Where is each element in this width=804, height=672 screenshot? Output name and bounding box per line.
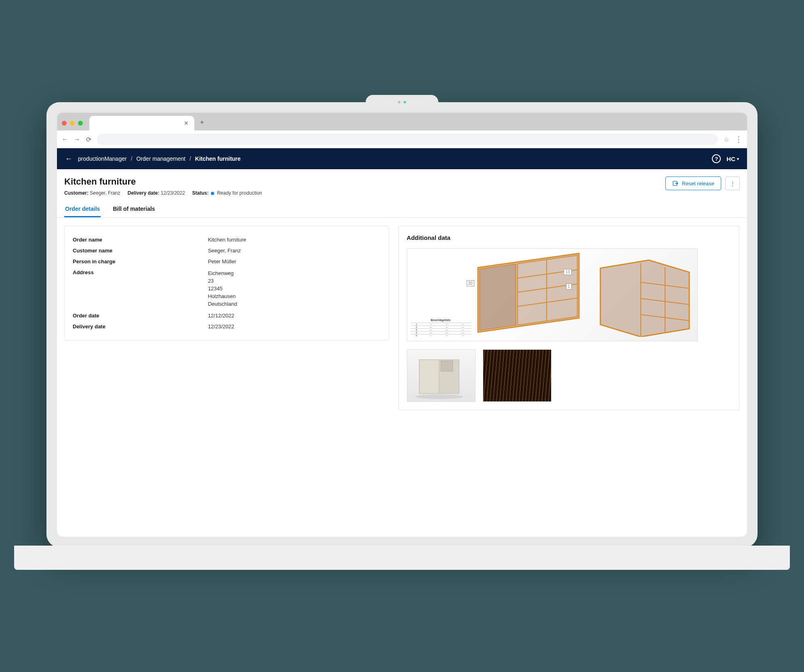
reset-icon: [672, 180, 679, 187]
breadcrumb: productionManager / Order management / K…: [78, 155, 241, 162]
address-input[interactable]: [97, 134, 718, 145]
meta-customer-label: Customer:: [64, 190, 88, 196]
cabinet-render-icon: [407, 350, 475, 401]
page-title: Kitchen furniture: [64, 176, 262, 187]
new-tab-button[interactable]: +: [200, 118, 204, 126]
meta-delivery-value: 12/23/2022: [161, 190, 185, 196]
laptop-mockup: ✕ + ← → ⟳ ☆ ⋮ ← productionManag: [46, 102, 758, 570]
meta-row: Customer: Seeger, Franz Delivery date: 1…: [64, 190, 262, 196]
camera-led-icon: [404, 101, 406, 103]
app-viewport: ← productionManager / Order management /…: [57, 148, 747, 537]
order-details-card: Order name Kitchen furniture Customer na…: [64, 226, 389, 340]
address-line: Deutschland: [208, 300, 237, 308]
status-dot-icon: [211, 192, 214, 195]
attachment-thumbnail[interactable]: [407, 349, 476, 402]
brand-logo[interactable]: HC ▾: [726, 155, 739, 162]
breadcrumb-separator: /: [131, 155, 133, 162]
address-line: Eichenweg: [208, 269, 237, 277]
meta-customer-value: Seeger, Franz: [90, 190, 120, 196]
address-line: 23: [208, 277, 237, 285]
spec-table: 1——— 2——— 3——— 4——— 5———: [410, 323, 471, 337]
close-window-icon[interactable]: [62, 121, 67, 126]
window-controls: [62, 121, 83, 126]
address-line: 12345: [208, 285, 237, 292]
detail-label: Order date: [73, 313, 208, 319]
forward-icon[interactable]: →: [74, 136, 80, 143]
svg-rect-16: [441, 361, 453, 372]
browser-tab[interactable]: ✕: [89, 116, 194, 130]
detail-label: Order name: [73, 237, 208, 243]
dimension-label: 1: [566, 284, 572, 290]
detail-value: Seeger, Franz: [208, 248, 241, 254]
breadcrumb-current: Kitchen furniture: [195, 155, 241, 162]
spec-title: Beschlägeliste: [410, 319, 471, 321]
detail-label: Delivery date: [73, 323, 208, 330]
browser-toolbar: ← → ⟳ ☆ ⋮: [57, 130, 747, 148]
breadcrumb-app[interactable]: productionManager: [78, 155, 127, 162]
maximize-window-icon[interactable]: [78, 121, 83, 126]
tab-order-details[interactable]: Order details: [64, 202, 101, 217]
tab-bill-of-materials[interactable]: Bill of materials: [112, 202, 156, 217]
kebab-menu-icon: ⋮: [730, 181, 735, 187]
address-line: Holzhausen: [208, 292, 237, 300]
reset-release-label: Reset release: [682, 181, 714, 187]
reset-release-button[interactable]: Reset release: [665, 176, 721, 190]
more-actions-button[interactable]: ⋮: [725, 176, 740, 190]
dimension-label: 13: [564, 269, 571, 275]
reload-icon[interactable]: ⟳: [86, 136, 91, 143]
detail-value: Peter Müller: [208, 258, 236, 265]
browser-tab-strip: ✕ +: [57, 113, 747, 130]
spec-sheet: Beschlägeliste 1——— 2——— 3——— 4——— 5———: [410, 319, 471, 337]
logo-text: HC: [726, 155, 735, 162]
svg-rect-2: [480, 264, 516, 330]
additional-data-card: Additional data Beschlägeliste 1———: [398, 226, 740, 410]
breadcrumb-section[interactable]: Order management: [137, 155, 185, 162]
chevron-down-icon: ▾: [737, 157, 739, 161]
tabs-row: Order details Bill of materials: [57, 196, 747, 218]
detail-label: Person in charge: [73, 258, 208, 265]
laptop-notch: [366, 95, 438, 109]
meta-delivery-label: Delivery date:: [128, 190, 160, 196]
laptop-base: [14, 546, 790, 570]
minimize-window-icon[interactable]: [70, 121, 75, 126]
detail-label: Customer name: [73, 248, 208, 254]
svg-rect-15: [419, 360, 439, 394]
detail-value: Kitchen furniture: [208, 237, 246, 243]
meta-status-value: Ready for production: [217, 190, 262, 196]
app-header: ← productionManager / Order management /…: [57, 148, 747, 169]
bookmark-icon[interactable]: ☆: [724, 136, 729, 143]
wardrobe-drawing-front: 20 13 1: [474, 252, 587, 337]
svg-point-17: [415, 394, 463, 399]
svg-marker-8: [600, 260, 689, 337]
camera-dot-icon: [398, 101, 400, 103]
app-back-icon[interactable]: ←: [65, 155, 72, 163]
close-tab-icon[interactable]: ✕: [184, 120, 189, 126]
wardrobe-drawing-iso: [596, 252, 693, 337]
breadcrumb-separator: /: [189, 155, 191, 162]
back-icon[interactable]: ←: [62, 136, 68, 143]
attachment-thumbnail[interactable]: [483, 349, 551, 402]
detail-value: 12/23/2022: [208, 323, 234, 330]
additional-data-title: Additional data: [407, 234, 731, 241]
dimension-label: 20: [467, 280, 474, 286]
detail-label: Address: [73, 269, 208, 308]
browser-menu-icon[interactable]: ⋮: [735, 135, 742, 144]
meta-status-label: Status:: [192, 190, 209, 196]
attachment-thumbnail[interactable]: Beschlägeliste 1——— 2——— 3——— 4——— 5———: [407, 248, 698, 341]
detail-value: 12/12/2022: [208, 313, 234, 319]
help-icon[interactable]: ?: [712, 154, 721, 163]
